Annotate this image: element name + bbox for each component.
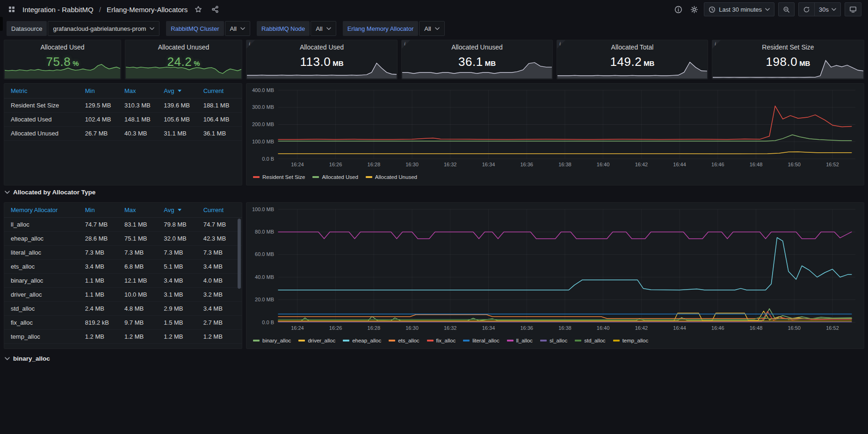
variable-datasource: Datasource grafanacloud-gabrielantunes-p… (7, 21, 159, 36)
column-header-min[interactable]: Min (81, 206, 121, 213)
table-cell: fix_alloc (7, 319, 81, 326)
panel-memory-table: MetricMinMaxAvgCurrent Resident Set Size… (4, 83, 242, 185)
panel-allocators-timeseries: 16:2416:2616:2816:3016:3216:3416:3616:38… (246, 202, 864, 349)
panel-info-corner[interactable]: i (557, 40, 565, 49)
table-cell: 42.3 MB (200, 235, 239, 242)
table-cell: ets_alloc (7, 263, 81, 270)
svg-text:40.0 MB: 40.0 MB (255, 274, 274, 280)
table-cell: 7.3 MB (81, 249, 121, 256)
row-toggle-allocated-by-allocator-type[interactable]: Allocated by Allocator Type (5, 189, 95, 196)
table-cell: 1.2 MB (160, 333, 199, 340)
chart-canvas[interactable]: 16:2416:2616:2816:3016:3216:3416:3616:38… (248, 86, 862, 169)
info-icon: i (249, 41, 250, 46)
table-cell: 74.7 MB (200, 221, 239, 228)
variable-value-datasource[interactable]: grafanacloud-gabrielantunes-prom (48, 21, 159, 36)
stat-value-number: 113.0 (300, 55, 331, 69)
column-header-min[interactable]: Min (81, 87, 121, 94)
variable-value-rabbitmq-node[interactable]: All (311, 21, 336, 36)
svg-text:16:32: 16:32 (444, 325, 457, 331)
column-header-max[interactable]: Max (121, 206, 160, 213)
legend-swatch (540, 340, 547, 342)
legend-item-eheap-alloc[interactable]: eheap_alloc (343, 338, 381, 343)
scrollbar-thumb[interactable] (238, 219, 241, 289)
table-cell: 7.3 MB (200, 249, 239, 256)
table-scrollbar[interactable] (238, 219, 241, 348)
table-cell: 31.1 MB (160, 130, 199, 137)
panel-allocators-table: Memory AllocatorMinMaxAvgCurrent ll_allo… (4, 202, 242, 349)
sidebar-peek-handle[interactable] (0, 17, 3, 31)
legend-label: binary_alloc (262, 338, 291, 343)
svg-text:16:24: 16:24 (291, 325, 304, 331)
table-cell: 79.8 MB (160, 221, 199, 228)
svg-text:16:48: 16:48 (750, 162, 763, 167)
table-cell: 1.1 MB (81, 277, 121, 284)
variable-label-rabbitmq-node: RabbitMQ Node (257, 21, 310, 36)
svg-text:16:26: 16:26 (329, 162, 342, 167)
table-cell: 3.4 MB (200, 305, 239, 312)
legend-item-fix-alloc[interactable]: fix_alloc (427, 338, 456, 343)
dashboard-settings-button[interactable] (688, 3, 700, 15)
legend-item-allocated-unused[interactable]: Allocated Unused (366, 174, 417, 180)
legend-swatch (343, 340, 349, 342)
apps-menu-button[interactable] (6, 3, 18, 15)
legend-label: literal_alloc (472, 338, 499, 343)
variable-label-rabbitmq-cluster: RabbitMQ Cluster (166, 21, 224, 36)
legend-item-driver-alloc[interactable]: driver_alloc (298, 338, 335, 343)
chevron-down-icon (765, 8, 770, 11)
legend-item-allocated-used[interactable]: Allocated Used (312, 174, 358, 180)
legend-item-ll-alloc[interactable]: ll_alloc (507, 338, 533, 343)
share-button[interactable] (209, 3, 221, 15)
chart-canvas[interactable]: 16:2416:2616:2816:3016:3216:3416:3616:38… (248, 206, 862, 333)
clock-icon (709, 6, 716, 13)
table-cell: 139.6 MB (160, 102, 199, 109)
column-header-avg[interactable]: Avg (160, 206, 199, 213)
legend-item-std-alloc[interactable]: std_alloc (575, 338, 605, 343)
table-cell: 10.0 MB (121, 291, 160, 298)
column-header-avg[interactable]: Avg (160, 87, 199, 94)
star-button[interactable] (192, 3, 204, 15)
svg-text:16:32: 16:32 (444, 162, 457, 167)
variable-value-erlang-memory-allocator[interactable]: All (419, 21, 444, 36)
table-cell: 2.4 MB (81, 305, 121, 312)
column-header-current[interactable]: Current (200, 87, 239, 94)
table-cell: 294.9 kB (121, 347, 160, 349)
gear-icon (690, 6, 698, 14)
time-range-picker[interactable]: Last 30 minutes (704, 2, 774, 16)
legend-item-temp-alloc[interactable]: temp_alloc (613, 338, 649, 343)
variable-value-text: All (230, 25, 237, 32)
breadcrumb-dashboard-title[interactable]: Integration - RabbitMQ (22, 6, 94, 14)
panel-info-corner[interactable]: i (712, 40, 721, 49)
legend-item-binary-alloc[interactable]: binary_alloc (253, 338, 291, 343)
legend-item-resident-set-size[interactable]: Resident Set Size (253, 174, 305, 180)
table-row-allocated-used: Allocated Used102.4 MB148.1 MB105.6 MB10… (4, 113, 242, 127)
zoom-out-button[interactable] (778, 2, 795, 16)
info-icon: i (404, 41, 405, 46)
gauge-value-number: 24.2 (167, 55, 192, 69)
refresh-interval-dropdown[interactable]: 30s (815, 3, 840, 16)
legend-item-sl-alloc[interactable]: sl_alloc (540, 338, 567, 343)
table-cell: 106.4 MB (200, 116, 239, 123)
dashboard-info-button[interactable] (672, 3, 684, 15)
legend-item-ets-alloc[interactable]: ets_alloc (389, 338, 419, 343)
table-cell: 148.1 MB (121, 116, 160, 123)
column-header-max[interactable]: Max (121, 87, 160, 94)
panel-info-corner[interactable]: i (246, 40, 255, 49)
svg-text:16:34: 16:34 (482, 325, 495, 331)
table-cell: eheap_alloc (7, 235, 81, 242)
stat-value-unit: MB (333, 59, 343, 67)
variable-value-rabbitmq-cluster[interactable]: All (225, 21, 250, 36)
refresh-button[interactable] (799, 3, 814, 16)
column-header-metric[interactable]: Metric (7, 87, 81, 94)
column-header-current[interactable]: Current (200, 206, 239, 213)
row-toggle-binary-alloc[interactable]: binary_alloc (5, 355, 50, 362)
legend-item-literal-alloc[interactable]: literal_alloc (463, 338, 499, 343)
dashboard-variables-bar: Datasource grafanacloud-gabrielantunes-p… (0, 19, 868, 38)
table-cell: 1.2 MB (200, 333, 239, 340)
panel-info-corner[interactable]: i (402, 40, 410, 49)
chevron-down-icon (150, 27, 154, 30)
table-cell: Resident Set Size (7, 102, 81, 109)
tv-kiosk-button[interactable] (845, 2, 861, 16)
column-header-memory-allocator[interactable]: Memory Allocator (7, 206, 81, 213)
table-cell: 6.8 MB (121, 263, 160, 270)
monitor-icon (849, 6, 857, 13)
